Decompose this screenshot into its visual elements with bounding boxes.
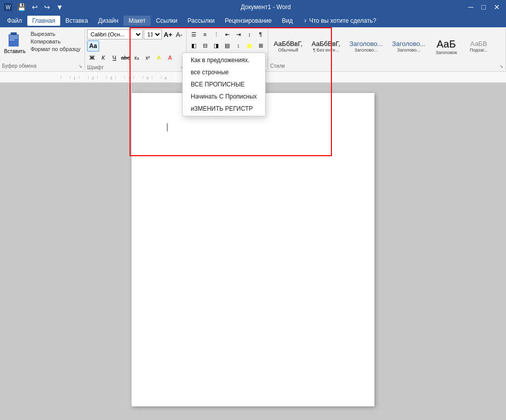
- bullets-button[interactable]: ☰: [189, 29, 199, 39]
- svg-rect-2: [10, 35, 18, 36]
- increase-indent-button[interactable]: ⇥: [233, 29, 243, 39]
- ruler-mark: [152, 76, 161, 79]
- menu-layout[interactable]: Макет: [123, 16, 151, 26]
- highlight-button[interactable]: А: [154, 53, 164, 63]
- font-label: Шрифт: [87, 65, 104, 70]
- ribbon: Вставить Вырезать Копировать Формат по о…: [0, 27, 506, 72]
- underline-button[interactable]: Ч: [109, 53, 119, 63]
- style-subtitle[interactable]: АаБВ Подзаг...: [463, 38, 494, 55]
- clipboard-content: Вставить Вырезать Копировать Формат по о…: [2, 29, 82, 63]
- close-button[interactable]: ✕: [492, 2, 502, 12]
- word-icon: W: [4, 3, 12, 11]
- styles-footer: Стили ↘: [270, 63, 503, 69]
- window-title: Документ1 - Word: [241, 4, 291, 11]
- document-page[interactable]: [132, 93, 374, 406]
- shading-button[interactable]: ▩: [244, 40, 255, 51]
- align-right-button[interactable]: ◨: [211, 40, 221, 51]
- format-painter-button[interactable]: Формат по образцу: [28, 45, 82, 53]
- borders-button[interactable]: ⊞: [256, 40, 266, 51]
- style-title-preview: АаБ: [437, 38, 456, 50]
- clipboard-footer: Буфер обмена ↘: [2, 63, 82, 69]
- clipboard-expand-button[interactable]: ↘: [78, 64, 82, 69]
- paste-button[interactable]: Вставить: [2, 29, 27, 55]
- ruler-mark: 1: [70, 76, 79, 79]
- multilevel-list-button[interactable]: ⋮: [211, 29, 221, 39]
- menu-mailings[interactable]: Рассылки: [182, 16, 220, 26]
- title-bar: W 💾 ↩ ↪ ▼ Документ1 - Word ─ □ ✕: [0, 0, 506, 14]
- clipboard-buttons: Вырезать Копировать Формат по образцу: [28, 30, 82, 53]
- font-family-select[interactable]: Calibri (Осн...: [87, 29, 143, 39]
- align-center-button[interactable]: ⊟: [200, 40, 210, 51]
- ruler-mark: 3: [106, 76, 115, 79]
- strikethrough-button[interactable]: abc: [120, 53, 131, 63]
- title-bar-left: W 💾 ↩ ↪ ▼: [4, 2, 65, 12]
- case-lowercase[interactable]: все строчные: [183, 66, 265, 78]
- menu-insert[interactable]: Вставка: [60, 16, 93, 26]
- font-section: Calibri (Осн... 11 A+ A- Аа Ж К Ч abc x₂…: [85, 28, 187, 70]
- superscript-button[interactable]: x²: [143, 53, 153, 63]
- minimize-button[interactable]: ─: [467, 2, 476, 12]
- styles-row: АаБбВвГ, Обычный АаБбВвГ, ¶ Без инте... …: [270, 29, 503, 63]
- menu-help[interactable]: ♀ Что вы хотите сделать?: [298, 16, 382, 26]
- case-toggle[interactable]: иЗМЕНИТЬ РЕГИСТР: [183, 103, 265, 115]
- style-title[interactable]: АаБ Заголовок: [431, 36, 461, 57]
- italic-button[interactable]: К: [98, 53, 108, 63]
- menu-design[interactable]: Дизайн: [93, 16, 123, 26]
- case-uppercase[interactable]: ВСЕ ПРОПИСНЫЕ: [183, 78, 265, 90]
- ruler-mark: [61, 76, 70, 79]
- menu-file[interactable]: Файл: [2, 16, 27, 26]
- document-area: [0, 83, 506, 420]
- style-normal[interactable]: АаБбВвГ, Обычный: [270, 38, 306, 55]
- increase-font-button[interactable]: A+: [163, 29, 173, 39]
- ruler-mark: [115, 76, 124, 79]
- show-formatting-button[interactable]: ¶: [256, 29, 266, 39]
- font-color-button[interactable]: А: [165, 53, 175, 63]
- para-list-row: ☰ ≡ ⋮ ⇤ ⇥ ↕ ¶: [189, 29, 266, 39]
- customize-quick-access-button[interactable]: ▼: [54, 2, 65, 12]
- menu-home[interactable]: Главная: [27, 16, 61, 26]
- ruler-mark: [97, 76, 106, 79]
- window-controls: ─ □ ✕: [467, 2, 502, 12]
- font-size-select[interactable]: 11: [144, 29, 162, 39]
- svg-rect-3: [10, 37, 18, 38]
- style-no-spacing-preview: АаБбВвГ,: [312, 40, 341, 48]
- case-title[interactable]: Начинать С Прописных: [183, 90, 265, 103]
- copy-button[interactable]: Копировать: [28, 38, 82, 45]
- styles-expand-button[interactable]: ↘: [499, 64, 503, 69]
- sort-button[interactable]: ↕: [244, 29, 255, 39]
- maximize-button[interactable]: □: [480, 2, 488, 12]
- menu-bar: Файл Главная Вставка Дизайн Макет Ссылки…: [0, 14, 506, 27]
- case-sentence[interactable]: Как в предложениях.: [183, 54, 265, 66]
- case-button[interactable]: Аа: [87, 40, 99, 52]
- subscript-button[interactable]: x₂: [132, 53, 142, 63]
- font-format-row: Аа: [87, 40, 184, 52]
- style-no-spacing[interactable]: АаБбВвГ, ¶ Без инте...: [308, 38, 344, 55]
- clipboard-label: Буфер обмена: [2, 63, 36, 69]
- align-left-button[interactable]: ◧: [189, 40, 199, 51]
- menu-review[interactable]: Рецензирование: [220, 16, 277, 26]
- style-heading1[interactable]: Заголово... Заголово...: [346, 38, 386, 55]
- paste-icon: [6, 30, 24, 49]
- menu-view[interactable]: Вид: [277, 16, 298, 26]
- decrease-font-button[interactable]: A-: [174, 29, 184, 39]
- style-title-label: Заголовок: [436, 50, 457, 55]
- style-heading1-preview: Заголово...: [349, 40, 383, 48]
- styles-section: АаБбВвГ, Обычный АаБбВвГ, ¶ Без инте... …: [268, 28, 506, 70]
- justify-button[interactable]: ▤: [222, 40, 232, 51]
- bold-button[interactable]: Ж: [87, 53, 97, 63]
- save-button[interactable]: 💾: [15, 2, 28, 12]
- redo-button[interactable]: ↪: [42, 2, 52, 12]
- undo-button[interactable]: ↩: [30, 2, 40, 12]
- style-subtitle-label: Подзаг...: [470, 48, 487, 53]
- style-heading2[interactable]: Заголово... Заголово...: [389, 38, 429, 55]
- style-no-spacing-label: ¶ Без инте...: [313, 48, 339, 53]
- line-spacing-button[interactable]: ↕: [233, 40, 243, 51]
- decrease-indent-button[interactable]: ⇤: [222, 29, 232, 39]
- ruler-mark: 4: [124, 76, 134, 79]
- menu-references[interactable]: Ссылки: [151, 16, 182, 26]
- font-style-row: Ж К Ч abc x₂ x² А А: [87, 53, 184, 63]
- cut-button[interactable]: Вырезать: [28, 30, 82, 37]
- ruler-mark: 6: [161, 76, 170, 79]
- numbering-button[interactable]: ≡: [200, 29, 210, 39]
- font-name-row: Calibri (Осн... 11 A+ A-: [87, 29, 184, 39]
